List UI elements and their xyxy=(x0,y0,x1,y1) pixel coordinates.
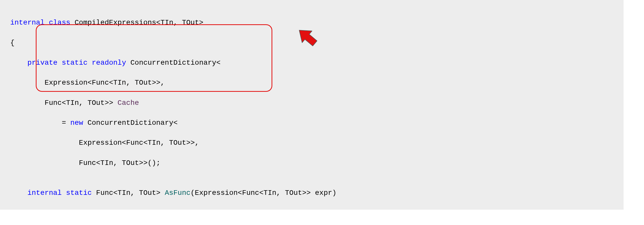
keyword-new: new xyxy=(70,119,83,127)
code-line: Func<TIn, TOut>>(); xyxy=(10,158,613,168)
keyword-readonly: readonly xyxy=(92,59,126,67)
code-snippet: internal class CompiledExpressions<TIn, … xyxy=(0,0,624,210)
angle-bracket: < xyxy=(216,59,221,67)
dot: . xyxy=(79,209,83,210)
code-text: ()); xyxy=(208,209,225,210)
method-call: Compile xyxy=(178,209,208,210)
params: (Expression<Func<TIn, TOut>> expr) xyxy=(191,189,336,197)
code-line: Expression<Func<TIn, TOut>>, xyxy=(10,78,613,88)
field-name: Cache xyxy=(118,99,139,107)
code-line: => Cache.GetOrAdd(expr, k => k.Compile()… xyxy=(10,208,613,210)
keyword-static: static xyxy=(62,59,88,67)
code-text: (expr, k => k. xyxy=(118,209,178,210)
code-line: = new ConcurrentDictionary< xyxy=(10,118,613,128)
keyword-class: class xyxy=(49,19,70,27)
type-name: CompiledExpressions xyxy=(75,19,156,27)
code-line: internal static Func<TIn, TOut> AsFunc(E… xyxy=(10,188,613,198)
code-line: Expression<Func<TIn, TOut>>, xyxy=(10,138,613,148)
type-name: ConcurrentDictionary< xyxy=(83,119,178,127)
code-text: => xyxy=(10,209,57,210)
code-line: private static readonly ConcurrentDictio… xyxy=(10,58,613,68)
code-text: Func<TIn, TOut>> xyxy=(10,99,118,107)
keyword-private: private xyxy=(27,59,57,67)
method-name: AsFunc xyxy=(165,189,191,197)
code-line: Func<TIn, TOut>> Cache xyxy=(10,98,613,108)
field-ref: Cache xyxy=(57,209,79,210)
type-name: Func<TIn, TOut> xyxy=(96,189,160,197)
type-name: ConcurrentDictionary xyxy=(131,59,216,67)
keyword-internal: internal xyxy=(10,19,44,27)
code-text: = xyxy=(10,119,70,127)
code-line: { xyxy=(10,38,613,48)
generic-params: <TIn, TOut> xyxy=(156,19,203,27)
keyword-static: static xyxy=(66,189,92,197)
method-call: GetOrAdd xyxy=(83,209,118,210)
keyword-internal: internal xyxy=(27,189,62,197)
code-line: internal class CompiledExpressions<TIn, … xyxy=(10,18,613,28)
